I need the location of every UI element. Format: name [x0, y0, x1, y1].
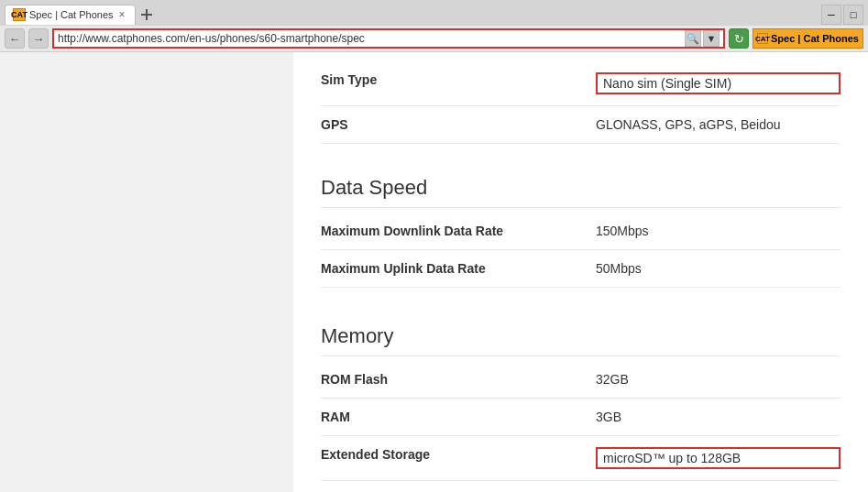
minimize-button[interactable]: ─: [821, 5, 841, 25]
cat-favicon: CAT: [757, 33, 768, 44]
gps-value: GLONASS, GPS, aGPS, Beidou: [596, 117, 841, 132]
page-content: Sim Type Nano sim (Single SIM) GPS GLONA…: [0, 52, 868, 492]
max-uplink-label: Maximum Uplink Data Rate: [321, 261, 596, 276]
tab-bar: CAT Spec | Cat Phones × ─ □: [0, 0, 868, 26]
max-downlink-label: Maximum Downlink Data Rate: [321, 224, 596, 238]
max-downlink-row: Maximum Downlink Data Rate 150Mbps: [321, 213, 841, 250]
gps-label: GPS: [321, 117, 596, 132]
tab-title: Spec | Cat Phones: [29, 9, 114, 20]
sim-type-value: Nano sim (Single SIM): [596, 72, 841, 94]
extended-storage-row: Extended Storage microSD™ up to 128GB: [321, 436, 841, 481]
rom-flash-value: 32GB: [596, 372, 841, 387]
address-icons: 🔍 ▼: [685, 30, 720, 47]
search-icon[interactable]: 🔍: [685, 30, 701, 47]
new-tab-button[interactable]: [137, 5, 156, 24]
url-input[interactable]: [58, 32, 685, 45]
rom-flash-label: ROM Flash: [321, 372, 596, 387]
browser-tab[interactable]: CAT Spec | Cat Phones ×: [5, 5, 136, 25]
main-content: Sim Type Nano sim (Single SIM) GPS GLONA…: [293, 52, 868, 492]
sim-type-row: Sim Type Nano sim (Single SIM): [321, 61, 841, 106]
maximize-button[interactable]: □: [843, 5, 863, 25]
max-uplink-row: Maximum Uplink Data Rate 50Mbps: [321, 250, 841, 288]
separator: [321, 144, 841, 158]
refresh-button[interactable]: ↻: [729, 28, 749, 49]
max-downlink-value: 150Mbps: [596, 224, 841, 238]
back-button[interactable]: ←: [5, 28, 25, 49]
address-bar-row: ← → 🔍 ▼ ↻ CAT Spec | Cat Phones: [0, 26, 868, 51]
svg-rect-1: [141, 14, 152, 16]
ram-value: 3GB: [596, 410, 841, 424]
cat-addon: CAT Spec | Cat Phones: [753, 28, 863, 49]
left-panel: [0, 52, 293, 492]
sim-type-label: Sim Type: [321, 72, 596, 87]
extended-storage-label: Extended Storage: [321, 447, 596, 462]
address-bar[interactable]: 🔍 ▼: [52, 28, 725, 49]
data-speed-heading: Data Speed: [321, 158, 841, 208]
forward-button[interactable]: →: [28, 28, 49, 49]
extended-storage-value: microSD™ up to 128GB: [596, 447, 841, 469]
addon-label: Spec | Cat Phones: [771, 33, 859, 44]
data-speed-section: Data Speed Maximum Downlink Data Rate 15…: [321, 158, 841, 288]
window-controls: ─ □: [821, 5, 863, 25]
browser-chrome: CAT Spec | Cat Phones × ─ □ ← → 🔍 ▼ ↻ CA…: [0, 0, 868, 52]
tab-favicon: CAT: [13, 8, 26, 21]
rom-flash-row: ROM Flash 32GB: [321, 361, 841, 399]
browser-addon: CAT Spec | Cat Phones: [753, 28, 863, 49]
tab-close-button[interactable]: ×: [117, 8, 127, 21]
memory-section: Memory ROM Flash 32GB RAM 3GB Extended S…: [321, 306, 841, 481]
max-uplink-value: 50Mbps: [596, 261, 841, 276]
ram-row: RAM 3GB: [321, 399, 841, 436]
dropdown-icon[interactable]: ▼: [703, 30, 720, 47]
ram-label: RAM: [321, 410, 596, 424]
memory-heading: Memory: [321, 306, 841, 356]
gps-row: GPS GLONASS, GPS, aGPS, Beidou: [321, 106, 841, 144]
